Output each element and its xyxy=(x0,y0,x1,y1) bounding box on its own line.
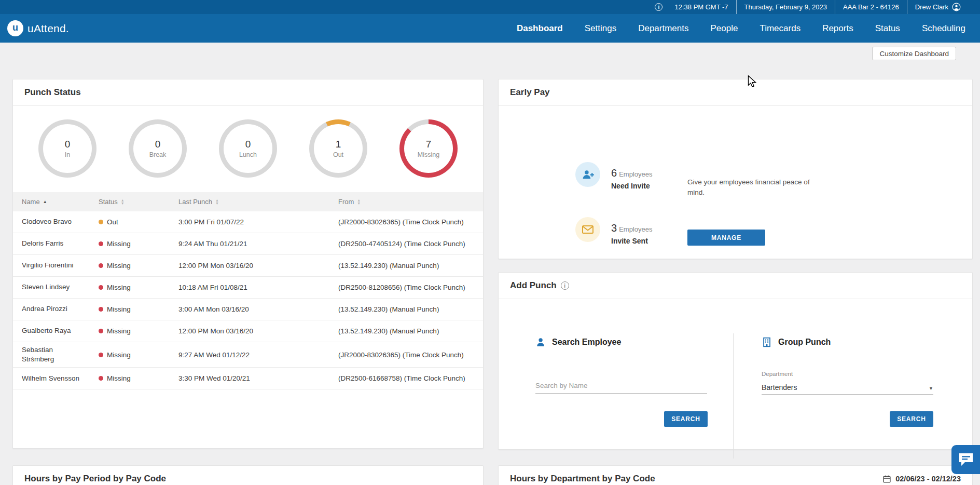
column-header-status[interactable]: Status xyxy=(99,198,178,206)
account-name[interactable]: AAA Bar 2 - 64126 xyxy=(835,0,907,14)
column-label: Status xyxy=(99,198,118,206)
main-nav: uAttend Dashboard Settings Departments P… xyxy=(0,14,980,43)
employee-name: Deloris Farris xyxy=(22,236,99,251)
table-row[interactable]: Clodoveo Bravo Out 3:00 PM Fri 01/07/22 … xyxy=(13,211,483,233)
current-time: 12:38 PM GMT -7 xyxy=(667,0,736,14)
top-info-bar: 12:38 PM GMT -7 Thursday, February 9, 20… xyxy=(0,0,980,14)
early-pay-title: Early Pay xyxy=(510,87,550,98)
nav-item-scheduling[interactable]: Scheduling xyxy=(922,23,965,34)
punch-status-cell: Out xyxy=(99,215,178,229)
gauge-label: Lunch xyxy=(239,151,257,158)
punch-status-title: Punch Status xyxy=(24,87,81,98)
user-avatar-icon xyxy=(952,3,961,11)
gauge-value: 1 xyxy=(336,139,341,150)
gauge-value: 7 xyxy=(426,139,432,150)
department-select[interactable]: Bartenders xyxy=(762,380,933,395)
nav-item-timecards[interactable]: Timecards xyxy=(760,23,800,34)
gauge-in[interactable]: 0 In xyxy=(38,119,96,178)
nav-item-reports[interactable]: Reports xyxy=(822,23,853,34)
employee-name: Andrea Pirozzi xyxy=(22,301,99,317)
manage-button[interactable]: MANAGE xyxy=(687,230,765,246)
uattend-logo-icon xyxy=(7,20,23,36)
current-date: Thursday, February 9, 2023 xyxy=(737,0,835,14)
chat-widget-button[interactable] xyxy=(951,445,980,474)
need-invite-stat: 6Employees Need Invite xyxy=(611,167,652,190)
status-dot-icon xyxy=(99,329,103,333)
punch-status-table: Name Status Last Punch From Clodoveo Bra xyxy=(13,192,483,389)
hours-by-department-card: Hours by Department by Pay Code 02/06/23… xyxy=(498,465,973,485)
status-text: Missing xyxy=(107,262,131,270)
user-name: Drew Clark xyxy=(915,3,948,11)
status-text: Missing xyxy=(107,374,131,382)
search-employee-button[interactable]: SEARCH xyxy=(664,411,708,427)
employee-name: Virgilio Fiorentini xyxy=(22,258,99,273)
gauge-out[interactable]: 1 Out xyxy=(309,119,367,178)
nav-item-settings[interactable]: Settings xyxy=(585,23,616,34)
hours-department-title: Hours by Department by Pay Code xyxy=(510,474,655,484)
alert-indicator[interactable] xyxy=(647,0,667,14)
user-menu[interactable]: Drew Clark xyxy=(907,0,969,14)
add-punch-title: Add Punch xyxy=(510,280,569,291)
punch-source: (13.52.149.230) (Manual Punch) xyxy=(338,259,474,273)
department-label: Department xyxy=(762,371,793,377)
invite-sent-count: 3 xyxy=(611,222,617,234)
last-punch: 12:00 PM Mon 03/16/20 xyxy=(178,324,338,338)
table-row[interactable]: Steven Lindsey Missing 10:18 AM Fri 01/0… xyxy=(13,277,483,299)
customize-dashboard-button[interactable]: Customize Dashboard xyxy=(872,47,956,60)
column-header-name[interactable]: Name xyxy=(22,198,99,206)
gauge-missing[interactable]: 7 Missing xyxy=(399,119,458,178)
column-header-last-punch[interactable]: Last Punch xyxy=(178,198,338,206)
last-punch: 9:27 AM Wed 01/12/22 xyxy=(178,348,338,362)
status-text: Missing xyxy=(107,284,131,291)
gauge-break[interactable]: 0 Break xyxy=(129,119,187,178)
table-row[interactable]: Virgilio Fiorentini Missing 12:00 PM Mon… xyxy=(13,255,483,277)
search-employee-input[interactable] xyxy=(535,378,707,394)
add-punch-header: Add Punch xyxy=(499,273,972,299)
group-punch-search-button[interactable]: SEARCH xyxy=(890,411,933,427)
date-range-picker[interactable]: 02/06/23 - 02/12/23 xyxy=(882,475,961,483)
add-punch-card: Add Punch Search Employee SEARCH xyxy=(498,272,973,450)
add-punch-info-icon[interactable] xyxy=(561,281,569,290)
brand-logo[interactable]: uAttend xyxy=(7,20,69,36)
punch-status-cell: Missing xyxy=(99,371,178,385)
table-row[interactable]: Gualberto Raya Missing 12:00 PM Mon 03/1… xyxy=(13,320,483,342)
nav-item-people[interactable]: People xyxy=(710,23,738,34)
gauge-lunch[interactable]: 0 Lunch xyxy=(219,119,277,178)
status-text: Missing xyxy=(107,351,131,359)
last-punch: 12:00 PM Mon 03/16/20 xyxy=(178,259,338,273)
column-header-from[interactable]: From xyxy=(338,198,474,206)
hours-by-pay-period-card: Hours by Pay Period by Pay Code xyxy=(12,465,484,485)
punch-status-cell: Missing xyxy=(99,302,178,316)
table-row[interactable]: Wilhelm Svensson Missing 3:30 PM Wed 01/… xyxy=(13,368,483,389)
invite-sent-icon-circle xyxy=(575,217,600,242)
chat-bubble-icon xyxy=(958,452,974,467)
last-punch: 3:30 PM Wed 01/20/21 xyxy=(178,371,338,385)
nav-item-dashboard[interactable]: Dashboard xyxy=(517,23,563,34)
table-header: Name Status Last Punch From xyxy=(13,192,483,211)
invite-sent-stat: 3Employees Invite Sent xyxy=(611,222,652,245)
nav-item-departments[interactable]: Departments xyxy=(638,23,688,34)
invite-sent-unit: Employees xyxy=(619,225,652,233)
nav-item-status[interactable]: Status xyxy=(875,23,900,34)
need-invite-icon-circle xyxy=(575,162,600,187)
punch-status-card: Punch Status 0 In 0 Break 0 Lunch xyxy=(12,79,484,449)
need-invite-unit: Employees xyxy=(619,170,652,178)
punch-status-cell: Missing xyxy=(99,324,178,338)
person-search-icon xyxy=(535,336,547,348)
nav-links: Dashboard Settings Departments People Ti… xyxy=(517,23,965,34)
info-icon xyxy=(655,3,662,11)
table-row[interactable]: Deloris Farris Missing 9:24 AM Thu 01/21… xyxy=(13,233,483,255)
employee-name: Wilhelm Svensson xyxy=(22,371,99,386)
gauge-value: 0 xyxy=(155,139,161,150)
building-icon xyxy=(762,336,773,348)
section-divider xyxy=(733,333,734,459)
sort-icon xyxy=(121,199,125,205)
table-row[interactable]: Andrea Pirozzi Missing 3:00 AM Mon 03/16… xyxy=(13,299,483,320)
early-pay-pitch: Give your employees financial peace of m… xyxy=(687,177,823,197)
gauge-value: 0 xyxy=(245,139,251,150)
punch-source: (DR2500-81208656) (Time Clock Punch) xyxy=(338,280,474,294)
early-pay-body: 6Employees Need Invite 3Employees Invite… xyxy=(499,106,972,257)
need-invite-label: Need Invite xyxy=(611,182,652,190)
table-row[interactable]: Sebastian Stršmberg Missing 9:27 AM Wed … xyxy=(13,342,483,368)
status-text: Out xyxy=(107,218,118,226)
